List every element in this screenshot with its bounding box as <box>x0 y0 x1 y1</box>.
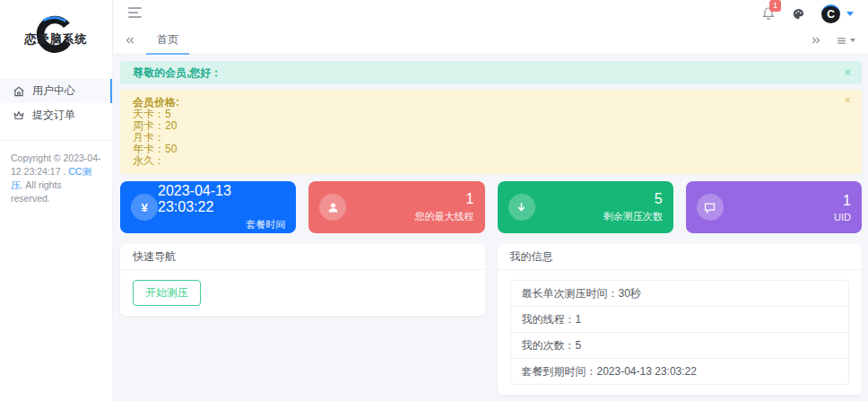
quick-nav-panel: 快速导航 开始测压 <box>120 244 485 316</box>
content: 尊敬的会员,您好： × 会员价格: 天卡：5 周卡：20 月卡： 年卡：50 永… <box>114 55 868 401</box>
stat-card-package-time: ¥ 2023-04-13 23:03:22 套餐时间 <box>120 181 296 233</box>
pricing-line: 月卡： <box>133 132 849 144</box>
welcome-alert: 尊敬的会员,您好： × <box>120 61 862 84</box>
list-item: 套餐到期时间：2023-04-13 23:03:22 <box>511 359 849 384</box>
notification-bell-icon[interactable]: 1 <box>761 6 776 21</box>
stat-value: 1 <box>466 191 474 207</box>
avatar: C <box>821 4 840 23</box>
close-icon[interactable]: × <box>844 94 851 106</box>
tab-menu-icon[interactable] <box>836 35 855 47</box>
sidebar-divider <box>0 140 112 141</box>
app-logo: 恋爱脑系统 <box>0 0 112 79</box>
pricing-line: 年卡：50 <box>133 144 849 155</box>
download-icon <box>508 194 535 221</box>
stat-label: 您的最大线程 <box>415 210 474 223</box>
panel-title: 我的信息 <box>498 244 863 270</box>
theme-palette-icon[interactable] <box>792 7 805 21</box>
pricing-alert: 会员价格: 天卡：5 周卡：20 月卡： 年卡：50 永久： × <box>120 90 862 174</box>
main-area: 1 C 首页 <box>114 0 868 401</box>
welcome-alert-text: 尊敬的会员,您好： <box>133 66 221 79</box>
sidebar-item-label: 用户中心 <box>32 83 75 99</box>
stat-value: 1 <box>843 193 851 209</box>
sidebar-item-label: 提交订单 <box>32 108 75 123</box>
pricing-title: 会员价格: <box>133 97 849 109</box>
user-icon <box>319 194 346 221</box>
pricing-line: 永久： <box>133 155 849 167</box>
stat-card-remaining-tests: 5 剩余测压次数 <box>498 181 673 233</box>
tab-scroll-right-icon[interactable] <box>811 35 821 46</box>
tab-scroll-left-icon[interactable] <box>114 35 146 46</box>
chevron-down-icon <box>850 39 855 42</box>
logo-text: 恋爱脑系统 <box>25 31 88 48</box>
app-window: 恋爱脑系统 用户中心 提交订单 Copyright © 2023-04-12 2… <box>0 0 868 401</box>
menu-toggle-icon[interactable] <box>128 7 142 21</box>
notification-badge: 1 <box>769 0 781 12</box>
stat-label: 剩余测压次数 <box>603 210 663 223</box>
pricing-line: 天卡：5 <box>133 109 849 120</box>
home-icon <box>13 85 25 98</box>
copyright-text: Copyright © 2023-04-12 23:24:17 . CC测压. … <box>0 152 112 205</box>
start-test-button[interactable]: 开始测压 <box>133 280 201 306</box>
stat-card-uid: 1 UID <box>686 181 862 233</box>
tabbar: 首页 <box>114 27 868 55</box>
close-icon[interactable]: × <box>844 61 851 84</box>
info-list: 最长单次测压时间：30秒 我的线程：1 我的次数：5 套餐到期时间：2023-0… <box>510 280 850 385</box>
panels-row: 快速导航 开始测压 我的信息 最长单次测压时间：30秒 我的线程：1 我的次数：… <box>120 244 862 395</box>
yen-icon: ¥ <box>131 194 158 221</box>
user-menu[interactable]: C <box>821 4 854 23</box>
list-item: 我的线程：1 <box>511 307 849 333</box>
topbar: 1 C <box>114 0 868 27</box>
crown-icon <box>13 109 25 122</box>
pricing-line: 周卡：20 <box>133 120 849 132</box>
stat-card-max-threads: 1 您的最大线程 <box>308 181 484 233</box>
stats-row: ¥ 2023-04-13 23:03:22 套餐时间 1 您的最大线程 <box>120 181 862 233</box>
chat-icon <box>697 194 724 221</box>
stat-label: UID <box>834 212 851 222</box>
sidebar-item-submit-order[interactable]: 提交订单 <box>0 103 112 127</box>
stat-label: 套餐时间 <box>246 218 285 231</box>
sidebar-item-user-center[interactable]: 用户中心 <box>0 79 112 103</box>
tab-home[interactable]: 首页 <box>146 27 189 55</box>
my-info-panel: 我的信息 最长单次测压时间：30秒 我的线程：1 我的次数：5 套餐到期时间：2… <box>498 244 863 395</box>
list-item: 我的次数：5 <box>511 333 849 359</box>
panel-title: 快速导航 <box>120 244 485 270</box>
chevron-down-icon <box>846 12 854 16</box>
list-item: 最长单次测压时间：30秒 <box>511 281 849 307</box>
stat-value: 5 <box>655 191 663 207</box>
stat-value: 2023-04-13 23:03:22 <box>158 183 285 215</box>
sidebar: 恋爱脑系统 用户中心 提交订单 Copyright © 2023-04-12 2… <box>0 0 113 401</box>
